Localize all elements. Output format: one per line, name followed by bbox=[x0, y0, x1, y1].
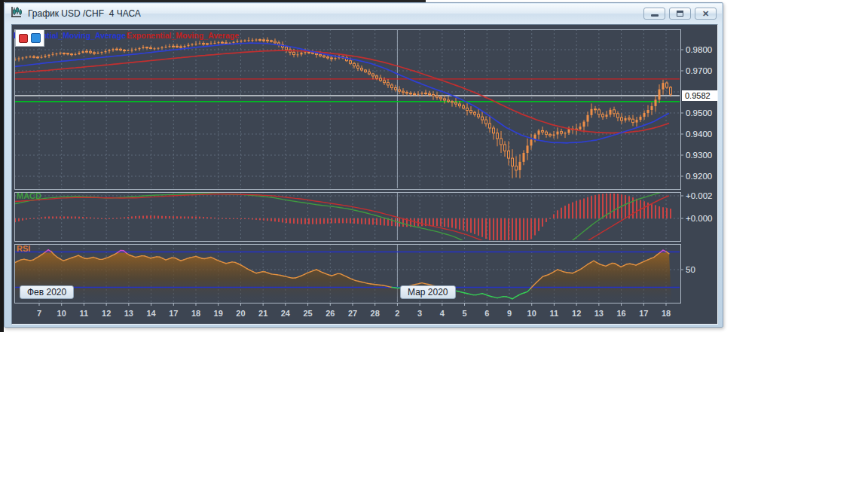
date-tick-label: 11 bbox=[80, 309, 89, 318]
date-tick-label: 7 bbox=[37, 309, 41, 318]
close-icon: ✕ bbox=[702, 10, 709, 18]
axis-tick-label: 50 bbox=[686, 265, 695, 274]
date-tick-label: 24 bbox=[281, 309, 291, 318]
axis-tick-label: 0.9300 bbox=[686, 151, 712, 160]
date-tick-label: 12 bbox=[572, 309, 581, 318]
date-tick-label: 13 bbox=[594, 309, 604, 318]
date-tick-label: 10 bbox=[527, 309, 536, 318]
date-tick-label: 27 bbox=[348, 309, 357, 318]
date-tick-label: 21 bbox=[258, 309, 267, 318]
chart-content-area: 0.98000.97000.95000.94000.93000.9200+0.0… bbox=[11, 24, 718, 325]
date-tick-label: 3 bbox=[417, 309, 422, 318]
axis-tick-label: 0.9200 bbox=[686, 172, 712, 181]
date-tick-label: 2 bbox=[395, 309, 399, 318]
desktop: График USD /CHF 4 ЧАСА ✕ 0.98000.97000.9… bbox=[0, 0, 868, 488]
macd-panel-label: MACD bbox=[17, 191, 41, 200]
rsi-panel-label: RSI bbox=[17, 244, 30, 253]
axis-tick-label: 0.9800 bbox=[686, 45, 712, 54]
main-price-panel bbox=[14, 29, 680, 189]
date-tick-label: 18 bbox=[662, 309, 671, 318]
current-price-tag: 0.9582 bbox=[682, 90, 717, 101]
date-tick-label: 13 bbox=[124, 309, 133, 318]
chart-app-icon[interactable] bbox=[11, 6, 23, 21]
axis-tick-label: 0.9400 bbox=[686, 130, 712, 139]
window-titlebar[interactable]: График USD /CHF 4 ЧАСА ✕ bbox=[5, 4, 722, 23]
date-tick-label: 4 bbox=[440, 309, 445, 318]
chart-toolbar bbox=[15, 29, 44, 47]
date-tick-label: 26 bbox=[326, 309, 335, 318]
maximize-icon bbox=[677, 11, 683, 17]
axis-tick-label: +0.000 bbox=[686, 214, 713, 223]
date-tick-label: 12 bbox=[102, 309, 111, 318]
chart-window: График USD /CHF 4 ЧАСА ✕ 0.98000.97000.9… bbox=[4, 2, 723, 328]
date-tick-label: 17 bbox=[169, 309, 178, 318]
date-tick-label: 18 bbox=[191, 309, 200, 318]
toolbar-blue-square-button[interactable] bbox=[31, 33, 41, 43]
ema-slow-legend: Exponential_Moving_Average bbox=[127, 31, 239, 40]
maximize-button[interactable] bbox=[669, 8, 691, 20]
date-tick-label: 17 bbox=[639, 309, 648, 318]
date-tick-label: 9 bbox=[507, 309, 512, 318]
date-tick-label: 14 bbox=[146, 309, 156, 318]
minimize-icon bbox=[651, 14, 659, 17]
date-tick-label: 20 bbox=[236, 309, 245, 318]
toolbar-red-square-button[interactable] bbox=[19, 34, 28, 43]
axis-tick-label: 0.9700 bbox=[686, 66, 712, 75]
date-tick-label: 5 bbox=[463, 309, 467, 318]
date-tick-label: 25 bbox=[303, 309, 312, 318]
minimize-button[interactable] bbox=[643, 8, 665, 20]
axis-tick-label: 0.9500 bbox=[686, 108, 712, 117]
date-tick-label: 19 bbox=[214, 309, 223, 318]
axis-tick-label: +0.002 bbox=[686, 191, 713, 200]
date-tick-label: 28 bbox=[371, 309, 380, 318]
month-label-mar: Мар 2020 bbox=[400, 285, 456, 299]
date-tick-label: 10 bbox=[57, 309, 66, 318]
window-title: График USD /CHF 4 ЧАСА bbox=[28, 8, 141, 19]
date-tick-label: 11 bbox=[550, 309, 559, 318]
chart-canvas[interactable]: 0.98000.97000.95000.94000.93000.9200+0.0… bbox=[12, 25, 717, 324]
month-label-feb: Фев 2020 bbox=[20, 285, 74, 299]
date-tick-label: 16 bbox=[616, 309, 625, 318]
close-button[interactable]: ✕ bbox=[695, 8, 717, 20]
date-tick-label: 6 bbox=[484, 309, 489, 318]
